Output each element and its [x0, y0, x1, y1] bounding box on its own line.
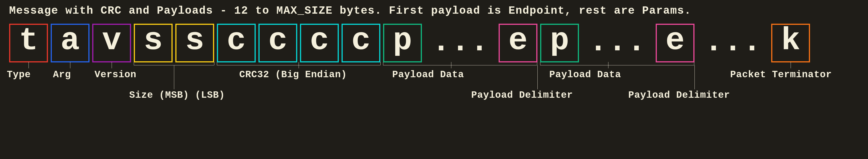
label-payload-data-2: Payload Data: [549, 69, 621, 80]
byte-payload1-start: p: [383, 24, 422, 63]
labels-area: Type Arg Version CRC32 (Big Endian) Payl…: [9, 63, 859, 108]
ellipsis-icon: ...: [582, 24, 653, 63]
byte-size-lsb: s: [175, 24, 214, 63]
byte-arg: a: [51, 24, 90, 63]
ellipsis-icon: ...: [425, 24, 496, 63]
label-arg: Arg: [53, 69, 71, 80]
label-payload-delimiter-1: Payload Delimiter: [471, 90, 573, 101]
byte-terminator: k: [771, 24, 810, 63]
byte-payload1-end: e: [499, 24, 537, 63]
byte-payload2-start: p: [540, 24, 579, 63]
label-type: Type: [7, 69, 31, 80]
byte-type: t: [9, 24, 48, 63]
byte-crc0: c: [217, 24, 256, 63]
label-version: Version: [95, 69, 136, 80]
label-size: Size (MSB) (LSB): [129, 90, 225, 101]
byte-crc2: c: [300, 24, 339, 63]
byte-crc1: c: [258, 24, 297, 63]
byte-crc3: c: [342, 24, 380, 63]
label-crc: CRC32 (Big Endian): [239, 69, 347, 80]
diagram-title: Message with CRC and Payloads - 12 to MA…: [9, 5, 859, 17]
byte-version: v: [92, 24, 131, 63]
label-payload-data-1: Payload Data: [392, 69, 464, 80]
bytes-row: t a v s s c c c c p ... e p ... e ... k: [9, 24, 859, 63]
label-payload-delimiter-2: Payload Delimiter: [628, 90, 730, 101]
label-packet-terminator: Packet Terminator: [730, 69, 832, 80]
byte-payload2-end: e: [656, 24, 694, 63]
ellipsis-icon: ...: [697, 24, 769, 63]
byte-size-msb: s: [134, 24, 173, 63]
